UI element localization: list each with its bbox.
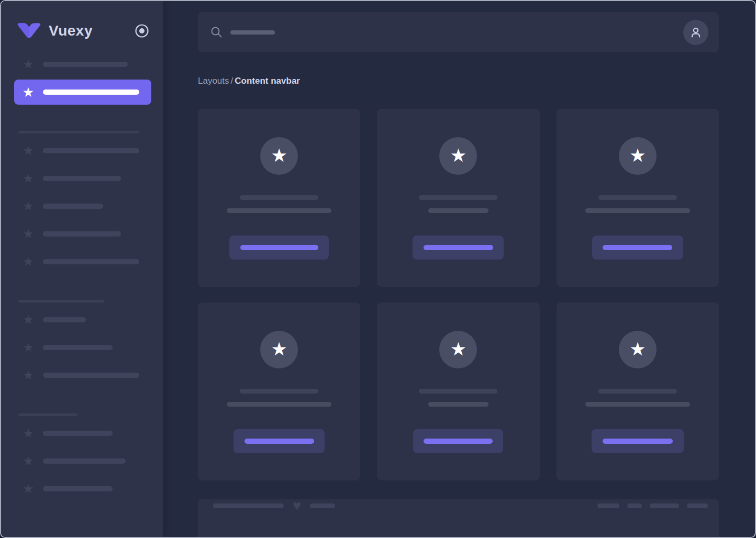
person-icon — [689, 26, 703, 39]
sidebar-item[interactable]: ★ — [22, 228, 151, 240]
card-action-button[interactable] — [592, 236, 683, 260]
card-subtitle-skeleton — [227, 208, 331, 213]
demo-card: ★ — [198, 109, 360, 287]
top-navbar — [198, 12, 719, 52]
star-icon: ★ — [22, 172, 35, 185]
card-action-button[interactable] — [592, 429, 684, 453]
sidebar-item-label-skeleton — [43, 458, 126, 464]
footer-skeleton-bar — [650, 503, 679, 508]
star-icon: ★ — [22, 228, 35, 240]
footer-card: ♥ — [198, 499, 719, 538]
star-icon: ★ — [22, 341, 35, 354]
sidebar-item[interactable]: ★ — [22, 313, 151, 326]
star-icon: ★ — [22, 313, 35, 326]
breadcrumb-current: Content navbar — [235, 76, 300, 86]
menu-pin-toggle[interactable] — [135, 24, 149, 38]
sidebar-item-label-skeleton — [43, 204, 103, 209]
star-icon: ★ — [22, 200, 35, 212]
card-subtitle-skeleton — [428, 402, 488, 407]
card-action-button[interactable] — [413, 236, 504, 260]
star-icon: ★ — [450, 146, 466, 166]
demo-card: ★ — [377, 109, 539, 287]
card-title-skeleton — [419, 389, 497, 394]
star-avatar: ★ — [619, 331, 657, 368]
star-avatar: ★ — [439, 137, 477, 175]
card-subtitle-skeleton — [227, 402, 331, 407]
search-icon — [210, 26, 223, 38]
sidebar-item[interactable]: ★ — [22, 483, 151, 495]
card-action-button[interactable] — [229, 236, 329, 260]
star-icon: ★ — [450, 340, 466, 360]
star-icon: ★ — [22, 86, 35, 98]
sidebar-item-label-skeleton — [43, 259, 139, 264]
sidebar-item-active[interactable]: ★ — [14, 80, 151, 105]
demo-card: ★ — [557, 302, 719, 480]
star-icon: ★ — [629, 340, 646, 360]
card-subtitle-skeleton — [428, 208, 488, 213]
button-label-skeleton — [603, 245, 672, 250]
sidebar-header: Vuexy — [1, 18, 163, 44]
heart-icon: ♥ — [293, 499, 301, 512]
sidebar-item[interactable]: ★ — [22, 200, 151, 212]
sidebar-item-label-skeleton — [43, 431, 113, 436]
sidebar-item[interactable]: ★ — [22, 341, 151, 354]
breadcrumb: Layouts/Content navbar — [198, 76, 719, 86]
button-label-skeleton — [603, 439, 673, 444]
star-icon: ★ — [22, 255, 35, 268]
sidebar-item-label-skeleton — [43, 148, 139, 153]
footer-skeleton-bar — [597, 503, 619, 508]
star-icon: ★ — [22, 455, 35, 467]
card-action-button[interactable] — [234, 429, 325, 453]
card-title-skeleton — [598, 195, 677, 200]
app-frame: Vuexy ★ ★ ★ ★ ★ ★ ★ ★ ★ — [0, 0, 756, 538]
card-title-skeleton — [240, 389, 318, 394]
demo-card: ★ — [557, 109, 719, 287]
card-action-button[interactable] — [413, 429, 503, 453]
user-avatar[interactable] — [683, 20, 708, 45]
sidebar-item[interactable]: ★ — [22, 255, 151, 268]
star-avatar: ★ — [439, 331, 477, 368]
star-icon: ★ — [22, 369, 35, 382]
sidebar-item[interactable]: ★ — [22, 455, 151, 467]
sidebar-item-label-skeleton — [43, 89, 139, 95]
star-avatar: ★ — [619, 137, 657, 175]
card-subtitle-skeleton — [585, 402, 690, 407]
sidebar-item-label-skeleton — [43, 373, 139, 378]
sidebar-item[interactable]: ★ — [22, 427, 151, 440]
sidebar-item[interactable]: ★ — [22, 172, 151, 185]
sidebar-section-header-skeleton — [18, 413, 77, 416]
sidebar-item-label-skeleton — [43, 231, 121, 237]
sidebar-item[interactable]: ★ — [22, 58, 151, 71]
sidebar-item-label-skeleton — [43, 176, 121, 181]
search-input[interactable] — [210, 26, 683, 38]
card-subtitle-skeleton — [585, 208, 690, 213]
sidebar-item[interactable]: ★ — [22, 144, 151, 157]
footer-row: ♥ — [213, 499, 708, 512]
main-content: Layouts/Content navbar ★ ★ ★ ★ — [163, 1, 755, 537]
button-label-skeleton — [244, 439, 314, 444]
sidebar: Vuexy ★ ★ ★ ★ ★ ★ ★ ★ ★ — [1, 1, 163, 537]
footer-left-bar-2 — [310, 503, 335, 508]
star-icon: ★ — [22, 58, 35, 71]
demo-card: ★ — [377, 302, 539, 480]
sidebar-item-label-skeleton — [43, 317, 86, 322]
vuexy-logo-icon — [17, 23, 41, 39]
sidebar-section-header-skeleton — [18, 300, 104, 302]
sidebar-item[interactable]: ★ — [22, 369, 151, 382]
sidebar-item-label-skeleton — [43, 345, 113, 350]
demo-card: ★ — [198, 302, 360, 480]
card-title-skeleton — [598, 389, 677, 394]
cards-grid: ★ ★ ★ ★ ★ — [198, 109, 719, 480]
brand-title: Vuexy — [49, 23, 93, 39]
star-avatar: ★ — [260, 331, 298, 368]
breadcrumb-parent[interactable]: Layouts — [198, 76, 229, 86]
sidebar-menu: ★ ★ ★ ★ ★ ★ ★ ★ ★ ★ ★ ★ ★ — [1, 44, 163, 495]
footer-left-bar-1 — [213, 503, 284, 508]
star-icon: ★ — [22, 427, 35, 440]
star-avatar: ★ — [260, 137, 298, 175]
star-icon: ★ — [271, 146, 287, 166]
button-label-skeleton — [240, 245, 318, 250]
card-title-skeleton — [240, 195, 318, 200]
footer-skeleton-bar — [687, 503, 708, 508]
sidebar-item-label-skeleton — [43, 62, 128, 67]
